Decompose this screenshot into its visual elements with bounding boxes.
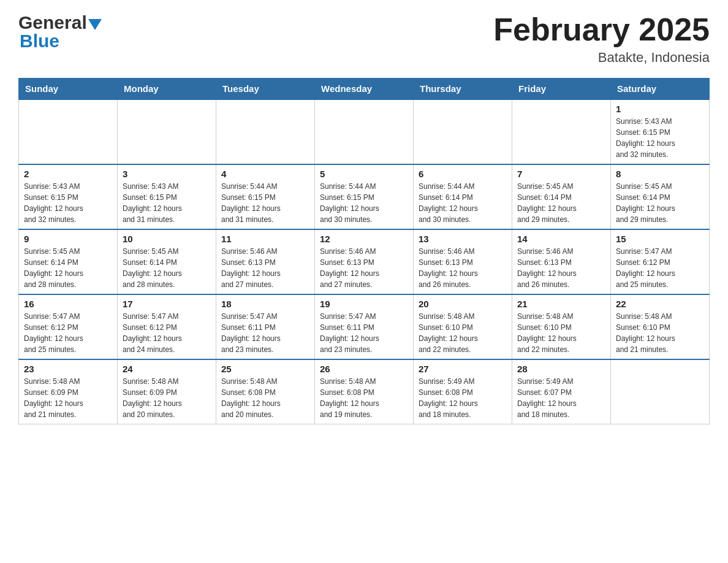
logo-blue-text: Blue [20,31,59,52]
calendar-cell: 10Sunrise: 5:45 AM Sunset: 6:14 PM Dayli… [118,229,216,294]
calendar-cell: 22Sunrise: 5:48 AM Sunset: 6:10 PM Dayli… [611,294,710,359]
day-number: 26 [320,364,408,374]
logo-triangle-icon [88,19,102,30]
day-number: 21 [517,299,605,309]
location-text: Batakte, Indonesia [493,50,710,66]
calendar-cell: 2Sunrise: 5:43 AM Sunset: 6:15 PM Daylig… [19,164,118,229]
calendar-cell: 16Sunrise: 5:47 AM Sunset: 6:12 PM Dayli… [19,294,118,359]
day-number: 22 [616,299,704,309]
day-info: Sunrise: 5:45 AM Sunset: 6:14 PM Dayligh… [616,181,704,225]
calendar-cell: 19Sunrise: 5:47 AM Sunset: 6:11 PM Dayli… [315,294,414,359]
day-info: Sunrise: 5:48 AM Sunset: 6:08 PM Dayligh… [221,376,309,420]
day-number: 12 [320,234,408,244]
logo: General Blue [18,12,102,52]
day-info: Sunrise: 5:47 AM Sunset: 6:11 PM Dayligh… [221,311,309,355]
calendar-cell: 23Sunrise: 5:48 AM Sunset: 6:09 PM Dayli… [19,359,118,424]
calendar-cell: 20Sunrise: 5:48 AM Sunset: 6:10 PM Dayli… [414,294,512,359]
day-info: Sunrise: 5:46 AM Sunset: 6:13 PM Dayligh… [517,246,605,290]
calendar-cell: 3Sunrise: 5:43 AM Sunset: 6:15 PM Daylig… [118,164,216,229]
day-info: Sunrise: 5:49 AM Sunset: 6:07 PM Dayligh… [517,376,605,420]
calendar-body: 1Sunrise: 5:43 AM Sunset: 6:15 PM Daylig… [19,99,710,424]
header-thursday: Thursday [414,79,512,100]
week-row-2: 9Sunrise: 5:45 AM Sunset: 6:14 PM Daylig… [19,229,710,294]
calendar-header: Sunday Monday Tuesday Wednesday Thursday… [19,79,710,100]
header-wednesday: Wednesday [315,79,414,100]
day-info: Sunrise: 5:44 AM Sunset: 6:15 PM Dayligh… [221,181,309,225]
header-row: Sunday Monday Tuesday Wednesday Thursday… [19,79,710,100]
day-number: 11 [221,234,309,244]
day-number: 6 [419,169,507,179]
day-info: Sunrise: 5:43 AM Sunset: 6:15 PM Dayligh… [616,116,704,160]
day-number: 15 [616,234,704,244]
day-number: 20 [419,299,507,309]
day-number: 27 [419,364,507,374]
calendar-cell: 13Sunrise: 5:46 AM Sunset: 6:13 PM Dayli… [414,229,512,294]
logo-general-text: General [18,12,87,33]
day-info: Sunrise: 5:46 AM Sunset: 6:13 PM Dayligh… [419,246,507,290]
week-row-4: 23Sunrise: 5:48 AM Sunset: 6:09 PM Dayli… [19,359,710,424]
day-number: 1 [616,104,704,114]
day-number: 4 [221,169,309,179]
day-info: Sunrise: 5:47 AM Sunset: 6:12 PM Dayligh… [616,246,704,290]
day-number: 18 [221,299,309,309]
header-tuesday: Tuesday [216,79,315,100]
calendar-cell [611,359,710,424]
calendar-cell: 6Sunrise: 5:44 AM Sunset: 6:14 PM Daylig… [414,164,512,229]
calendar-cell [118,99,216,164]
day-info: Sunrise: 5:45 AM Sunset: 6:14 PM Dayligh… [123,246,211,290]
day-info: Sunrise: 5:44 AM Sunset: 6:14 PM Dayligh… [419,181,507,225]
header-saturday: Saturday [611,79,710,100]
day-info: Sunrise: 5:46 AM Sunset: 6:13 PM Dayligh… [221,246,309,290]
calendar-cell: 14Sunrise: 5:46 AM Sunset: 6:13 PM Dayli… [512,229,611,294]
calendar-cell: 4Sunrise: 5:44 AM Sunset: 6:15 PM Daylig… [216,164,315,229]
day-info: Sunrise: 5:48 AM Sunset: 6:10 PM Dayligh… [419,311,507,355]
calendar-cell [19,99,118,164]
day-info: Sunrise: 5:47 AM Sunset: 6:12 PM Dayligh… [24,311,112,355]
day-number: 25 [221,364,309,374]
day-number: 19 [320,299,408,309]
calendar-cell [414,99,512,164]
day-number: 3 [123,169,211,179]
header-monday: Monday [118,79,216,100]
day-info: Sunrise: 5:49 AM Sunset: 6:08 PM Dayligh… [419,376,507,420]
page-header: General Blue February 2025 Batakte, Indo… [18,12,710,66]
calendar-cell: 7Sunrise: 5:45 AM Sunset: 6:14 PM Daylig… [512,164,611,229]
calendar-cell [512,99,611,164]
day-info: Sunrise: 5:47 AM Sunset: 6:12 PM Dayligh… [123,311,211,355]
week-row-3: 16Sunrise: 5:47 AM Sunset: 6:12 PM Dayli… [19,294,710,359]
day-number: 2 [24,169,112,179]
day-number: 8 [616,169,704,179]
day-number: 14 [517,234,605,244]
calendar-cell: 24Sunrise: 5:48 AM Sunset: 6:09 PM Dayli… [118,359,216,424]
calendar-cell: 27Sunrise: 5:49 AM Sunset: 6:08 PM Dayli… [414,359,512,424]
calendar-cell: 28Sunrise: 5:49 AM Sunset: 6:07 PM Dayli… [512,359,611,424]
calendar-cell: 21Sunrise: 5:48 AM Sunset: 6:10 PM Dayli… [512,294,611,359]
calendar-cell: 26Sunrise: 5:48 AM Sunset: 6:08 PM Dayli… [315,359,414,424]
day-number: 13 [419,234,507,244]
day-info: Sunrise: 5:48 AM Sunset: 6:08 PM Dayligh… [320,376,408,420]
day-info: Sunrise: 5:45 AM Sunset: 6:14 PM Dayligh… [517,181,605,225]
day-number: 23 [24,364,112,374]
day-info: Sunrise: 5:46 AM Sunset: 6:13 PM Dayligh… [320,246,408,290]
title-section: February 2025 Batakte, Indonesia [493,12,710,66]
day-info: Sunrise: 5:43 AM Sunset: 6:15 PM Dayligh… [24,181,112,225]
calendar-cell: 9Sunrise: 5:45 AM Sunset: 6:14 PM Daylig… [19,229,118,294]
month-title: February 2025 [493,12,710,47]
day-info: Sunrise: 5:43 AM Sunset: 6:15 PM Dayligh… [123,181,211,225]
calendar-cell [216,99,315,164]
svg-marker-0 [88,19,102,30]
day-number: 5 [320,169,408,179]
day-info: Sunrise: 5:45 AM Sunset: 6:14 PM Dayligh… [24,246,112,290]
calendar-cell: 18Sunrise: 5:47 AM Sunset: 6:11 PM Dayli… [216,294,315,359]
week-row-1: 2Sunrise: 5:43 AM Sunset: 6:15 PM Daylig… [19,164,710,229]
header-friday: Friday [512,79,611,100]
calendar-cell: 1Sunrise: 5:43 AM Sunset: 6:15 PM Daylig… [611,99,710,164]
day-number: 16 [24,299,112,309]
calendar-cell: 8Sunrise: 5:45 AM Sunset: 6:14 PM Daylig… [611,164,710,229]
day-number: 17 [123,299,211,309]
day-info: Sunrise: 5:44 AM Sunset: 6:15 PM Dayligh… [320,181,408,225]
day-info: Sunrise: 5:48 AM Sunset: 6:10 PM Dayligh… [517,311,605,355]
week-row-0: 1Sunrise: 5:43 AM Sunset: 6:15 PM Daylig… [19,99,710,164]
day-info: Sunrise: 5:48 AM Sunset: 6:09 PM Dayligh… [24,376,112,420]
calendar-cell: 25Sunrise: 5:48 AM Sunset: 6:08 PM Dayli… [216,359,315,424]
